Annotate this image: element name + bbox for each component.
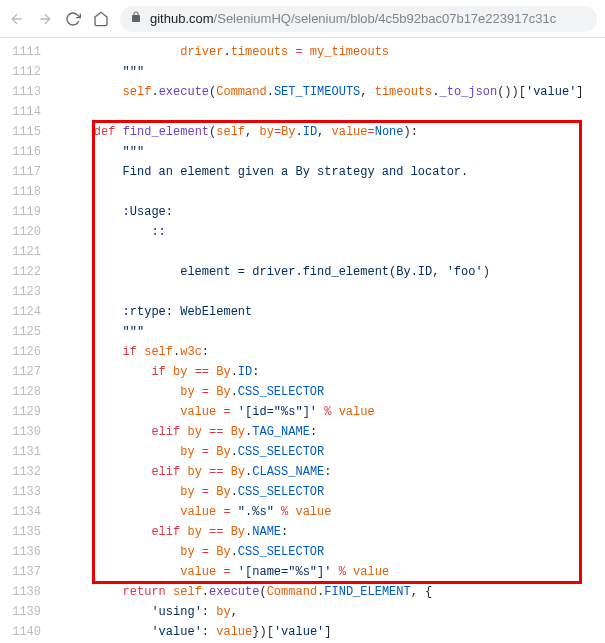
line-content: element = driver.find_element(By.ID, 'fo… <box>55 262 490 282</box>
line-number[interactable]: 1138 <box>0 582 55 602</box>
line-number[interactable]: 1135 <box>0 522 55 542</box>
code-line[interactable]: 1136 by = By.CSS_SELECTOR <box>0 542 605 562</box>
line-content: value = '[name="%s"]' % value <box>55 562 389 582</box>
url-path: /SeleniumHQ/selenium/blob/4c5b92bac07b17… <box>214 11 557 26</box>
code-line[interactable]: 1121 <box>0 242 605 262</box>
code-line[interactable]: 1129 value = '[id="%s"]' % value <box>0 402 605 422</box>
code-line[interactable]: 1120 :: <box>0 222 605 242</box>
lock-icon <box>130 11 142 26</box>
line-content: Find an element given a By strategy and … <box>55 162 468 182</box>
code-line[interactable]: 1140 'value': value})['value'] <box>0 622 605 642</box>
code-line[interactable]: 1122 element = driver.find_element(By.ID… <box>0 262 605 282</box>
line-number[interactable]: 1117 <box>0 162 55 182</box>
line-content: elif by == By.NAME: <box>55 522 288 542</box>
line-number[interactable]: 1126 <box>0 342 55 362</box>
code-line[interactable]: 1115 def find_element(self, by=By.ID, va… <box>0 122 605 142</box>
code-line[interactable]: 1128 by = By.CSS_SELECTOR <box>0 382 605 402</box>
code-line[interactable]: 1112 """ <box>0 62 605 82</box>
line-content: self.execute(Command.SET_TIMEOUTS, timeo… <box>55 82 584 102</box>
line-number[interactable]: 1123 <box>0 282 55 302</box>
code-line[interactable]: 1134 value = ".%s" % value <box>0 502 605 522</box>
line-content: elif by == By.CLASS_NAME: <box>55 462 331 482</box>
browser-toolbar: github.com/SeleniumHQ/selenium/blob/4c5b… <box>0 0 605 38</box>
url-text: github.com/SeleniumHQ/selenium/blob/4c5b… <box>150 11 556 26</box>
line-content <box>55 282 65 302</box>
code-line[interactable]: 1124 :rtype: WebElement <box>0 302 605 322</box>
line-content: 'using': by, <box>55 602 238 622</box>
line-number[interactable]: 1132 <box>0 462 55 482</box>
line-number[interactable]: 1118 <box>0 182 55 202</box>
line-number[interactable]: 1131 <box>0 442 55 462</box>
code-line[interactable]: 1137 value = '[name="%s"]' % value <box>0 562 605 582</box>
line-content: by = By.CSS_SELECTOR <box>55 442 324 462</box>
line-number[interactable]: 1130 <box>0 422 55 442</box>
line-content: value = '[id="%s"]' % value <box>55 402 375 422</box>
line-content: if self.w3c: <box>55 342 209 362</box>
reload-button[interactable] <box>64 10 82 28</box>
code-line[interactable]: 1123 <box>0 282 605 302</box>
line-content: """ <box>55 142 144 162</box>
code-line[interactable]: 1131 by = By.CSS_SELECTOR <box>0 442 605 462</box>
line-number[interactable]: 1137 <box>0 562 55 582</box>
code-line[interactable]: 1138 return self.execute(Command.FIND_EL… <box>0 582 605 602</box>
code-line[interactable]: 1113 self.execute(Command.SET_TIMEOUTS, … <box>0 82 605 102</box>
line-number[interactable]: 1113 <box>0 82 55 102</box>
line-number[interactable]: 1127 <box>0 362 55 382</box>
code-line[interactable]: 1125 """ <box>0 322 605 342</box>
code-line[interactable]: 1132 elif by == By.CLASS_NAME: <box>0 462 605 482</box>
url-host: github.com <box>150 11 214 26</box>
code-line[interactable]: 1127 if by == By.ID: <box>0 362 605 382</box>
line-content: driver.timeouts = my_timeouts <box>55 42 389 62</box>
code-line[interactable]: 1119 :Usage: <box>0 202 605 222</box>
line-content: by = By.CSS_SELECTOR <box>55 542 324 562</box>
line-content: :rtype: WebElement <box>55 302 252 322</box>
line-content <box>55 182 65 202</box>
line-number[interactable]: 1140 <box>0 622 55 642</box>
line-number[interactable]: 1136 <box>0 542 55 562</box>
code-line[interactable]: 1118 <box>0 182 605 202</box>
line-content: """ <box>55 322 144 342</box>
line-number[interactable]: 1115 <box>0 122 55 142</box>
back-button[interactable] <box>8 10 26 28</box>
line-content: """ <box>55 62 144 82</box>
address-bar[interactable]: github.com/SeleniumHQ/selenium/blob/4c5b… <box>120 6 597 32</box>
line-content: :Usage: <box>55 202 173 222</box>
forward-button[interactable] <box>36 10 54 28</box>
line-number[interactable]: 1133 <box>0 482 55 502</box>
code-line[interactable]: 1116 """ <box>0 142 605 162</box>
line-number[interactable]: 1119 <box>0 202 55 222</box>
line-number[interactable]: 1134 <box>0 502 55 522</box>
line-number[interactable]: 1129 <box>0 402 55 422</box>
line-content: value = ".%s" % value <box>55 502 331 522</box>
code-line[interactable]: 1130 elif by == By.TAG_NAME: <box>0 422 605 442</box>
home-button[interactable] <box>92 10 110 28</box>
code-viewer: 1111 driver.timeouts = my_timeouts1112 "… <box>0 38 605 642</box>
line-content: :: <box>55 222 166 242</box>
line-number[interactable]: 1122 <box>0 262 55 282</box>
line-content: by = By.CSS_SELECTOR <box>55 382 324 402</box>
code-line[interactable]: 1117 Find an element given a By strategy… <box>0 162 605 182</box>
code-line[interactable]: 1135 elif by == By.NAME: <box>0 522 605 542</box>
code-line[interactable]: 1139 'using': by, <box>0 602 605 622</box>
line-content <box>55 102 65 122</box>
line-content: return self.execute(Command.FIND_ELEMENT… <box>55 582 432 602</box>
line-number[interactable]: 1128 <box>0 382 55 402</box>
line-number[interactable]: 1114 <box>0 102 55 122</box>
code-line[interactable]: 1111 driver.timeouts = my_timeouts <box>0 42 605 62</box>
line-number[interactable]: 1111 <box>0 42 55 62</box>
line-content: def find_element(self, by=By.ID, value=N… <box>55 122 418 142</box>
code-line[interactable]: 1126 if self.w3c: <box>0 342 605 362</box>
line-number[interactable]: 1124 <box>0 302 55 322</box>
line-number[interactable]: 1125 <box>0 322 55 342</box>
line-content: 'value': value})['value'] <box>55 622 332 642</box>
code-line[interactable]: 1114 <box>0 102 605 122</box>
code-line[interactable]: 1133 by = By.CSS_SELECTOR <box>0 482 605 502</box>
line-content: elif by == By.TAG_NAME: <box>55 422 317 442</box>
line-number[interactable]: 1116 <box>0 142 55 162</box>
code-lines[interactable]: 1111 driver.timeouts = my_timeouts1112 "… <box>0 38 605 642</box>
line-number[interactable]: 1112 <box>0 62 55 82</box>
line-number[interactable]: 1120 <box>0 222 55 242</box>
line-content <box>55 242 65 262</box>
line-number[interactable]: 1139 <box>0 602 55 622</box>
line-number[interactable]: 1121 <box>0 242 55 262</box>
